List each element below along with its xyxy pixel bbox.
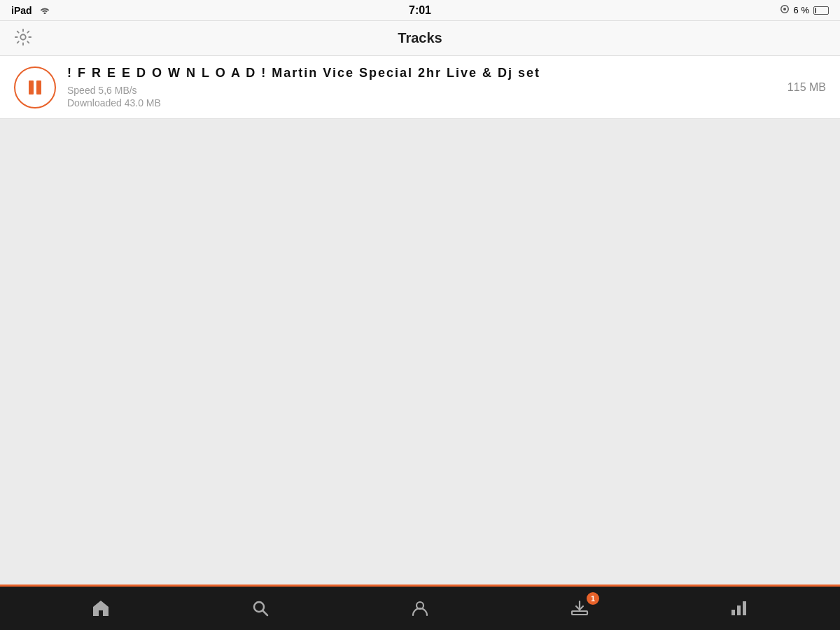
tab-home[interactable]: [73, 591, 129, 626]
tab-downloads[interactable]: 1: [552, 591, 608, 626]
device-label: iPad: [11, 5, 32, 16]
svg-rect-5: [572, 611, 587, 615]
pause-bar-right: [36, 80, 41, 94]
rotation-lock-icon: [780, 4, 790, 16]
svg-point-1: [20, 34, 25, 39]
settings-button[interactable]: [14, 28, 32, 49]
track-title: ! F R E E D O W N L O A D ! Martin Vice …: [67, 66, 776, 80]
tab-profile[interactable]: [392, 591, 448, 626]
svg-rect-8: [743, 601, 746, 615]
track-downloaded: Downloaded 43.0 MB: [67, 97, 776, 108]
pause-button[interactable]: [14, 66, 56, 108]
status-bar-time: 7:01: [409, 4, 431, 17]
status-bar: iPad 7:01 6 %: [0, 0, 840, 21]
pause-icon: [29, 80, 41, 94]
status-bar-left: iPad: [11, 5, 50, 16]
track-speed: Speed 5,6 MB/s: [67, 85, 776, 96]
tab-bar: 1: [0, 584, 840, 630]
page-title: Tracks: [398, 30, 442, 46]
svg-rect-7: [737, 606, 741, 615]
wifi-icon: [39, 5, 50, 16]
track-item: ! F R E E D O W N L O A D ! Martin Vice …: [0, 56, 840, 119]
svg-point-0: [783, 8, 786, 10]
svg-line-3: [263, 611, 268, 616]
tab-charts[interactable]: [711, 591, 767, 626]
status-bar-right: 6 %: [780, 4, 829, 16]
pause-bar-left: [29, 80, 34, 94]
main-content: [0, 119, 840, 584]
nav-bar: Tracks: [0, 21, 840, 56]
battery-icon: [813, 6, 829, 15]
track-size: 115 MB: [788, 81, 826, 94]
battery-percent: 6 %: [794, 5, 809, 15]
downloads-badge: 1: [587, 592, 599, 605]
tab-search[interactable]: [232, 591, 288, 626]
svg-rect-6: [732, 610, 735, 615]
track-info: ! F R E E D O W N L O A D ! Martin Vice …: [67, 66, 776, 108]
